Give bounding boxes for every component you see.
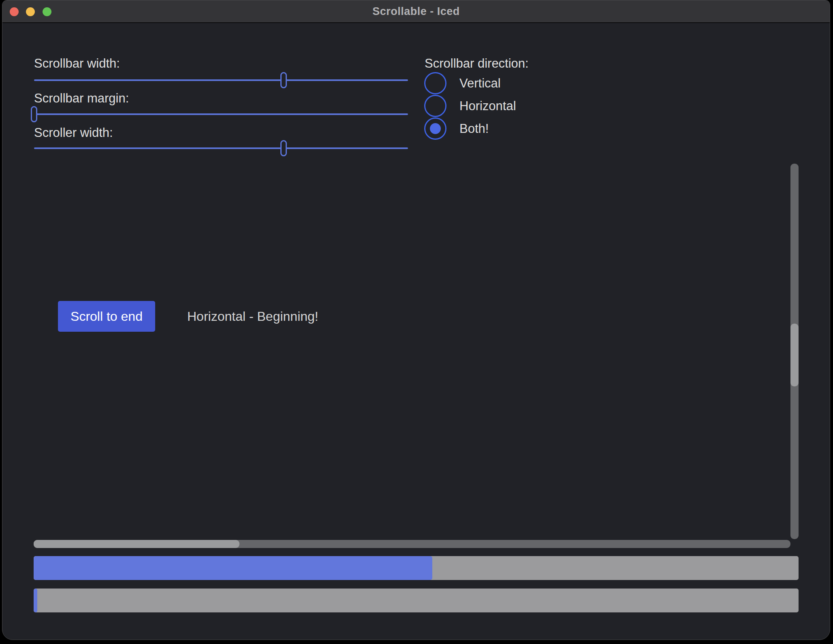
radio-option-label: Horizontal bbox=[459, 99, 516, 113]
radio-option-both[interactable]: Both! bbox=[424, 117, 489, 140]
scrollbar-width-label: Scrollbar width: bbox=[34, 57, 120, 70]
scroll-status-text: Horizontal - Beginning! bbox=[187, 301, 318, 332]
radio-dot-icon bbox=[430, 123, 441, 134]
app-window: Scrollable - Iced Scrollbar width: Scrol… bbox=[2, 0, 830, 640]
scrollbar-width-slider[interactable] bbox=[34, 79, 408, 81]
zoom-button[interactable] bbox=[43, 7, 51, 16]
scrollbar-margin-slider[interactable] bbox=[34, 113, 408, 115]
horizontal-progress-fill bbox=[34, 556, 432, 580]
radio-circle-icon bbox=[424, 117, 446, 140]
scrollbar-margin-slider-handle[interactable] bbox=[31, 106, 37, 122]
radio-circle-icon bbox=[424, 95, 446, 117]
vertical-scrollbar-rail[interactable] bbox=[790, 164, 799, 539]
scrollbar-direction-label: Scrollbar direction: bbox=[425, 57, 529, 70]
scroller-width-slider[interactable] bbox=[34, 147, 408, 149]
title-bar: Scrollable - Iced bbox=[2, 0, 830, 23]
vertical-scrollbar-thumb[interactable] bbox=[790, 324, 799, 386]
radio-option-horizontal[interactable]: Horizontal bbox=[424, 95, 516, 117]
radio-option-vertical[interactable]: Vertical bbox=[424, 72, 501, 94]
horizontal-progress-bar bbox=[34, 556, 799, 580]
close-button[interactable] bbox=[10, 7, 19, 16]
vertical-progress-bar bbox=[34, 589, 799, 612]
horizontal-scrollbar-rail[interactable] bbox=[34, 540, 790, 548]
radio-option-label: Vertical bbox=[459, 76, 501, 91]
radio-circle-icon bbox=[424, 72, 446, 94]
radio-option-label: Both! bbox=[459, 122, 489, 136]
scroll-to-end-button[interactable]: Scroll to end bbox=[58, 301, 155, 332]
horizontal-scrollbar-thumb[interactable] bbox=[34, 540, 239, 548]
vertical-progress-fill bbox=[34, 589, 37, 612]
scrollbar-margin-label: Scrollbar margin: bbox=[34, 92, 129, 104]
scroller-width-label: Scroller width: bbox=[34, 126, 113, 139]
window-title: Scrollable - Iced bbox=[372, 5, 460, 18]
scroller-width-slider-handle[interactable] bbox=[280, 140, 287, 156]
scrollbar-width-slider-handle[interactable] bbox=[280, 72, 287, 88]
minimize-button[interactable] bbox=[26, 7, 35, 16]
